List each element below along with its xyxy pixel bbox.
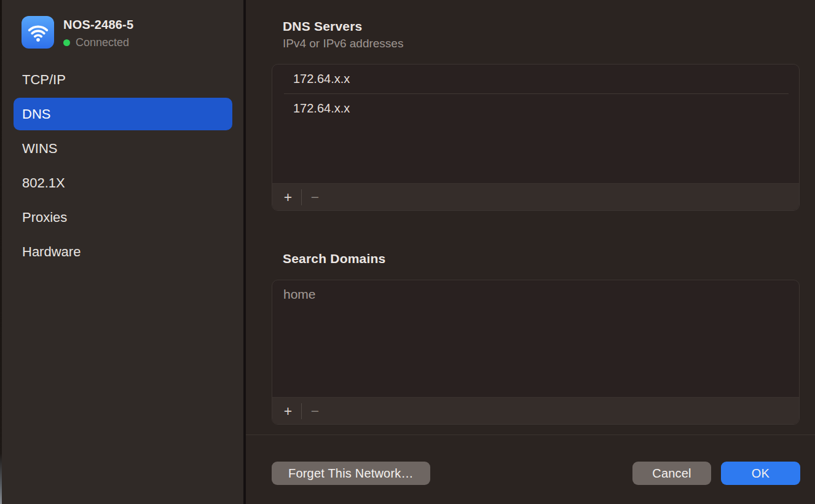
network-status: Connected [63, 36, 133, 49]
sidebar-item-dns[interactable]: DNS [14, 98, 232, 130]
search-domain-entry[interactable]: home [272, 280, 799, 309]
search-domains-rows: home [272, 280, 799, 397]
toolbar-divider [301, 403, 302, 419]
dns-servers-title: DNS Servers [283, 19, 815, 34]
wifi-icon [22, 16, 54, 49]
connected-dot-icon [63, 39, 70, 46]
sidebar-nav: TCP/IP DNS WINS 802.1X Proxies Hardware [14, 63, 232, 268]
connected-label: Connected [76, 36, 129, 49]
network-meta: NOS-2486-5 Connected [63, 16, 133, 49]
network-details-window: NOS-2486-5 Connected TCP/IP DNS WINS 802… [0, 0, 815, 504]
dns-servers-rows: 172.64.x.x 172.64.x.x [272, 65, 799, 183]
toolbar-divider [301, 189, 302, 205]
sidebar-item-wins[interactable]: WINS [14, 132, 232, 165]
cancel-button[interactable]: Cancel [632, 462, 711, 485]
remove-search-domain-button[interactable]: − [305, 401, 325, 422]
dns-servers-list: 172.64.x.x 172.64.x.x + − [272, 64, 800, 211]
search-domains-title: Search Domains [283, 251, 815, 266]
search-domains-toolbar: + − [272, 397, 799, 424]
sidebar-item-proxies[interactable]: Proxies [14, 201, 232, 234]
dns-server-entry[interactable]: 172.64.x.x [272, 94, 799, 123]
dns-servers-subtitle: IPv4 or IPv6 addresses [283, 37, 815, 50]
window-edge [0, 0, 2, 504]
network-name: NOS-2486-5 [63, 18, 133, 32]
dns-pane: DNS Servers IPv4 or IPv6 addresses 172.6… [246, 0, 815, 504]
add-search-domain-button[interactable]: + [278, 401, 298, 422]
footer-divider [246, 435, 815, 435]
search-domains-list: home + − [272, 280, 800, 425]
dns-servers-toolbar: + − [272, 183, 799, 210]
dns-server-entry[interactable]: 172.64.x.x [272, 65, 799, 93]
network-header: NOS-2486-5 Connected [0, 0, 243, 49]
remove-dns-server-button[interactable]: − [305, 187, 325, 208]
sidebar: NOS-2486-5 Connected TCP/IP DNS WINS 802… [0, 0, 246, 504]
sidebar-item-hardware[interactable]: Hardware [14, 235, 232, 268]
sidebar-item-tcpip[interactable]: TCP/IP [14, 63, 232, 96]
ok-button[interactable]: OK [721, 462, 800, 485]
forget-network-button[interactable]: Forget This Network… [272, 462, 430, 485]
add-dns-server-button[interactable]: + [278, 187, 298, 208]
sidebar-item-8021x[interactable]: 802.1X [14, 167, 232, 199]
footer-buttons: Forget This Network… Cancel OK [272, 462, 800, 485]
